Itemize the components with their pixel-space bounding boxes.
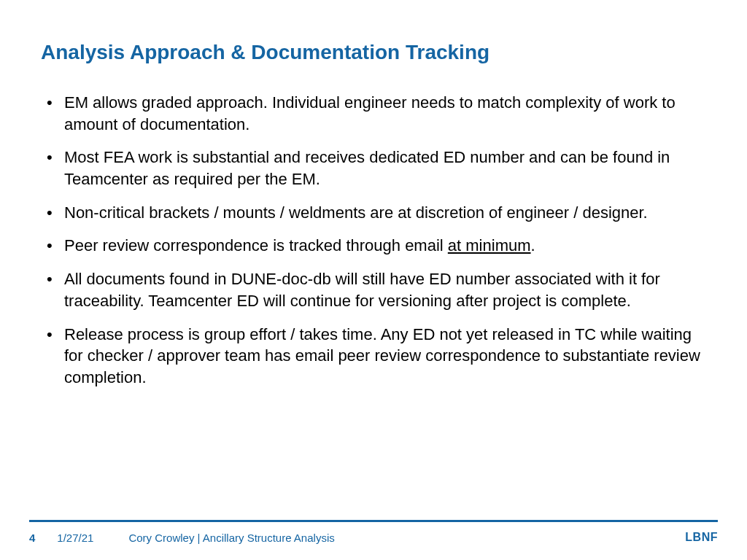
footer-author: Cory Crowley | Ancillary Structure Analy…	[128, 532, 334, 544]
slide: Analysis Approach & Documentation Tracki…	[0, 0, 747, 560]
list-item: Release process is group effort / takes …	[41, 324, 706, 389]
footer-divider	[29, 520, 718, 522]
bullet-text: EM allows graded approach. Individual en…	[64, 93, 676, 133]
bullet-text: Non-critical brackets / mounts / weldmen…	[64, 203, 648, 222]
footer-logo: LBNF	[685, 531, 718, 544]
list-item: Peer review correspondence is tracked th…	[41, 235, 706, 257]
footer-date: 1/27/21	[57, 532, 93, 544]
footer: 4 1/27/21 Cory Crowley | Ancillary Struc…	[29, 531, 718, 544]
bullet-text: All documents found in DUNE-doc-db will …	[64, 270, 660, 310]
bullet-text: Most FEA work is substantial and receive…	[64, 148, 670, 188]
slide-title: Analysis Approach & Documentation Tracki…	[41, 41, 706, 64]
bullet-list: EM allows graded approach. Individual en…	[41, 92, 706, 389]
list-item: All documents found in DUNE-doc-db will …	[41, 268, 706, 311]
page-number: 4	[29, 532, 35, 544]
list-item: Most FEA work is substantial and receive…	[41, 147, 706, 190]
list-item: EM allows graded approach. Individual en…	[41, 92, 706, 135]
bullet-underline: at minimum	[448, 236, 531, 254]
bullet-post: .	[531, 236, 535, 254]
bullet-text: Peer review correspondence is tracked th…	[64, 236, 448, 254]
bullet-text: Release process is group effort / takes …	[64, 325, 700, 386]
list-item: Non-critical brackets / mounts / weldmen…	[41, 202, 706, 224]
